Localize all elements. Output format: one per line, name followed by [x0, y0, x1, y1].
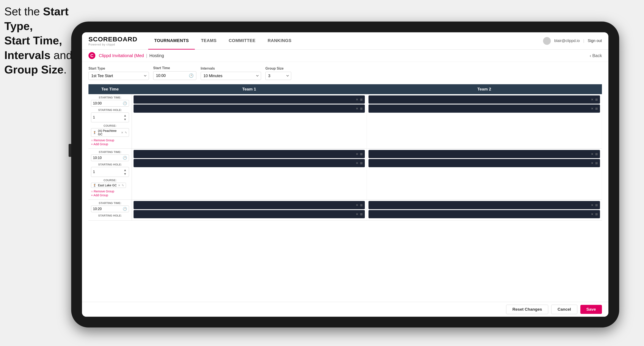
slot-x-12[interactable]: ✕: [591, 212, 594, 216]
course-tag-2: 🏌 East Lake GC ✕ ✎: [91, 183, 129, 189]
slot-expand-1[interactable]: ⊞: [360, 98, 363, 101]
player-slot-t1-2b: ✕ ⊞: [134, 159, 365, 167]
start-time-input[interactable]: [156, 73, 173, 78]
reset-changes-button[interactable]: Reset Changes: [506, 305, 548, 314]
breadcrumb-separator: |: [146, 53, 147, 58]
start-time-input-wrapper: 🕐: [153, 71, 196, 80]
slot-expand-4[interactable]: ⊞: [595, 107, 598, 110]
course-remove-1[interactable]: ✕: [121, 131, 124, 134]
nav-separator: |: [583, 38, 584, 43]
slot-x-7[interactable]: ✕: [591, 152, 594, 156]
nav-bar: SCOREBOARD Powered by clippd TOURNAMENTS…: [82, 32, 608, 49]
course-edit-1[interactable]: ✎: [125, 131, 127, 134]
player-slot-t2-2b: ✕ ⊞: [368, 159, 600, 167]
start-type-select[interactable]: 1st Tee Start: [88, 72, 149, 80]
starting-time-label-3: STARTING TIME:: [91, 201, 129, 205]
slot-expand-3[interactable]: ⊞: [595, 98, 598, 101]
time-value-3[interactable]: [93, 207, 108, 211]
sign-out-link[interactable]: Sign out: [588, 38, 602, 43]
add-group-1[interactable]: + Add Group: [91, 142, 129, 146]
tablet-screen: SCOREBOARD Powered by clippd TOURNAMENTS…: [82, 32, 608, 317]
col-tee-time: Tee Time: [88, 84, 132, 94]
starting-time-label-1: STARTING TIME:: [91, 96, 129, 99]
slot-x-9[interactable]: ✕: [356, 203, 358, 207]
add-group-2[interactable]: + Add Group: [91, 193, 129, 197]
hole-value-2[interactable]: [93, 170, 104, 174]
schedule-table: Tee Time Team 1 Team 2 STARTING TIME:: [88, 84, 602, 221]
tab-tournaments[interactable]: TOURNAMENTS: [148, 32, 195, 49]
starting-time-input-3: 🕐: [91, 205, 129, 212]
slot-expand-6[interactable]: ⊞: [360, 161, 363, 165]
slot-x-6[interactable]: ✕: [356, 161, 358, 165]
annotation-intervals: Intervals: [4, 49, 50, 61]
course-remove-2[interactable]: ✕: [118, 184, 120, 187]
hole-value-1[interactable]: [93, 116, 104, 119]
tee-cell-3: STARTING TIME: 🕐 STARTING HOLE:: [88, 200, 132, 221]
back-button[interactable]: ‹ Back: [590, 53, 602, 58]
start-type-field: Start Type 1st Tee Start: [88, 67, 149, 80]
slot-x-10[interactable]: ✕: [356, 212, 358, 216]
starting-time-input-2: 🕐: [91, 155, 129, 161]
time-value-1[interactable]: [93, 101, 108, 105]
tab-rankings[interactable]: RANKINGS: [262, 32, 298, 49]
course-edit-2[interactable]: ✎: [122, 184, 124, 187]
slot-expand-8[interactable]: ⊞: [595, 161, 598, 165]
hole-down-1[interactable]: ▼: [123, 118, 127, 121]
group-size-label: Group Size: [265, 67, 291, 70]
course-name-2: East Lake GC: [98, 183, 117, 187]
breadcrumb-logo: C: [88, 52, 95, 59]
table-row: STARTING TIME: 🕐 STARTING HOLE: ▲: [88, 149, 602, 200]
group-size-select[interactable]: 3: [265, 72, 291, 80]
tablet-device: SCOREBOARD Powered by clippd TOURNAMENTS…: [71, 21, 619, 328]
player-slot-t2-2a: ✕ ⊞: [368, 150, 600, 158]
slot-expand-12[interactable]: ⊞: [595, 212, 598, 216]
time-value-2[interactable]: [93, 156, 108, 160]
settings-row: Start Type 1st Tee Start Start Time 🕐 In…: [88, 66, 602, 80]
slot-x-8[interactable]: ✕: [591, 161, 594, 165]
group-size-field: Group Size 3: [265, 67, 291, 80]
tee-cell-2: STARTING TIME: 🕐 STARTING HOLE: ▲: [88, 149, 132, 200]
slot-expand-5[interactable]: ⊞: [360, 152, 363, 156]
slot-x-4[interactable]: ✕: [591, 107, 594, 110]
col-team1: Team 1: [132, 84, 367, 94]
slot-expand-11[interactable]: ⊞: [595, 203, 598, 207]
player-slot-t1-2a: ✕ ⊞: [134, 150, 365, 158]
start-time-field: Start Time 🕐: [153, 66, 196, 80]
nav-tabs: TOURNAMENTS TEAMS COMMITTEE RANKINGS: [148, 32, 543, 49]
player-slot-t1-3a: ✕ ⊞: [134, 201, 365, 209]
starting-time-input-1[interactable]: 🕐: [91, 100, 129, 107]
hole-down-2[interactable]: ▼: [123, 172, 127, 175]
tournament-name[interactable]: Clippd Invitational (Med: [99, 53, 144, 58]
slot-expand-9[interactable]: ⊞: [360, 203, 363, 207]
slot-expand-10[interactable]: ⊞: [360, 212, 363, 216]
remove-group-1[interactable]: ○ Remove Group: [91, 139, 129, 142]
slot-x-5[interactable]: ✕: [356, 152, 358, 156]
slot-expand-2[interactable]: ⊞: [360, 107, 363, 110]
clock-icon-2: 🕐: [123, 156, 127, 160]
slot-x-11[interactable]: ✕: [591, 203, 594, 207]
course-icon-2: 🏌: [93, 183, 97, 187]
intervals-select[interactable]: 10 Minutes: [201, 72, 261, 80]
main-content: Start Type 1st Tee Start Start Time 🕐 In…: [82, 62, 608, 302]
team1-cell-1: ✕ ⊞ ✕ ⊞: [132, 94, 367, 149]
course-icon-1: 🏌: [93, 131, 97, 134]
save-button[interactable]: Save: [580, 305, 602, 314]
tab-committee[interactable]: COMMITTEE: [223, 32, 262, 49]
user-email: blair@clippd.io: [554, 38, 580, 43]
hole-up-2[interactable]: ▲: [123, 168, 127, 172]
team2-cell-3: ✕ ⊞ ✕ ⊞: [367, 200, 602, 221]
slot-x-1[interactable]: ✕: [356, 98, 358, 101]
breadcrumb-bar: C Clippd Invitational (Med | Hosting ‹ B…: [82, 49, 608, 62]
cancel-button[interactable]: Cancel: [551, 305, 577, 314]
player-slot-t1-3b: ✕ ⊞: [134, 210, 365, 218]
hole-up-1[interactable]: ▲: [123, 114, 127, 117]
slot-x-2[interactable]: ✕: [356, 107, 358, 110]
slot-expand-7[interactable]: ⊞: [595, 152, 598, 156]
intervals-field: Intervals 10 Minutes: [201, 67, 261, 80]
team2-cell-2: ✕ ⊞ ✕ ⊞: [367, 149, 602, 200]
remove-group-2[interactable]: ○ Remove Group: [91, 189, 129, 193]
slot-x-3[interactable]: ✕: [591, 98, 594, 101]
player-slot-t2-3b: ✕ ⊞: [368, 210, 600, 218]
start-type-label: Start Type: [88, 67, 149, 70]
tab-teams[interactable]: TEAMS: [195, 32, 223, 49]
